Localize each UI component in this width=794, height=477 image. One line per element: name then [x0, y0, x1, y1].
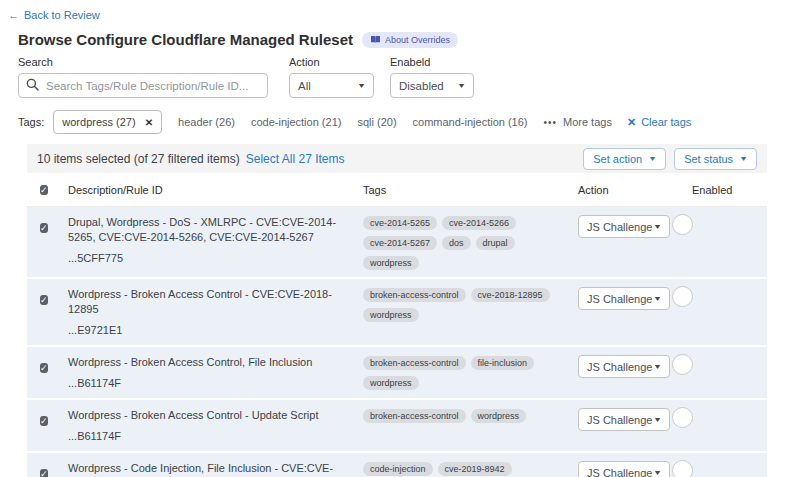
tag-pill: wordpress [471, 409, 527, 423]
tag-pill: dos [442, 236, 471, 250]
action-label: Action [289, 56, 374, 68]
tag-pill: cve-2014-5265 [363, 216, 437, 230]
rule-description-cell: Wordpress - Broken Access Control - Upda… [68, 408, 363, 444]
tags-label: Tags: [18, 116, 44, 128]
tag-pill: cve-2019-8942 [438, 462, 512, 476]
row-checkbox[interactable]: ✓ [40, 295, 48, 305]
toggle-knob [672, 286, 693, 307]
table-row: ✓ Wordpress - Code Injection, File Inclu… [27, 453, 767, 477]
col-action: Action [578, 184, 692, 196]
more-tags-label: More tags [563, 116, 612, 128]
selected-tag-wordpress[interactable]: wordpress (27) ✕ [53, 110, 162, 134]
rule-description: Drupal, Wordpress - DoS - XMLRPC - CVE:C… [68, 216, 336, 243]
back-link-label: Back to Review [24, 9, 100, 21]
tag-pill: code-injection [363, 462, 433, 476]
tag-pill: cve-2014-5266 [442, 216, 516, 230]
remove-tag-icon[interactable]: ✕ [145, 117, 153, 128]
back-row: ← Back to Review [0, 0, 794, 21]
action-select[interactable]: All ▼ [289, 73, 374, 98]
rule-tags: broken-access-controlcve-2018-12895wordp… [363, 287, 578, 322]
select-all-checkbox[interactable]: ✓ [40, 185, 48, 195]
selected-tag-label: wordpress (27) [62, 116, 135, 128]
chevron-down-icon: ▼ [739, 155, 748, 162]
toggle-knob [672, 354, 693, 375]
chevron-down-icon: ▼ [653, 416, 662, 423]
rule-action-value: JS Challenge [587, 293, 652, 305]
table-row: ✓ Wordpress - Broken Access Control - CV… [27, 279, 767, 345]
tag-option[interactable]: code-injection (21) [251, 116, 342, 128]
rule-description-cell: Drupal, Wordpress - DoS - XMLRPC - CVE:C… [68, 215, 363, 266]
action-filter: Action All ▼ [289, 56, 374, 98]
more-tags-button[interactable]: ••• More tags [543, 116, 611, 128]
set-action-button[interactable]: Set action ▼ [583, 148, 666, 170]
search-label: Search [18, 56, 268, 68]
tag-pill: drupal [476, 236, 515, 250]
tag-option[interactable]: header (26) [178, 116, 235, 128]
chevron-down-icon: ▼ [653, 295, 662, 302]
tag-option[interactable]: command-injection (16) [413, 116, 528, 128]
toggle-knob [672, 407, 693, 428]
tag-pill: broken-access-control [363, 356, 466, 370]
tag-pill: wordpress [363, 256, 419, 270]
table-row: ✓ Wordpress - Broken Access Control, Fil… [27, 347, 767, 398]
selection-bar: 10 items selected (of 27 filtered items)… [27, 144, 767, 173]
rule-description: Wordpress - Broken Access Control - CVE:… [68, 288, 332, 315]
rule-action-value: JS Challenge [587, 221, 652, 233]
enabled-label: Enabeld [390, 56, 474, 68]
rule-action-value: JS Challenge [587, 414, 652, 426]
rule-id: ...B61174F [68, 429, 349, 444]
rule-tags: broken-access-controlfile-inclusionwordp… [363, 355, 578, 390]
rule-action-select[interactable]: JS Challenge ▼ [578, 215, 670, 238]
select-all-link[interactable]: Select All 27 Items [246, 152, 345, 166]
rule-tags: cve-2014-5265cve-2014-5266cve-2014-5267d… [363, 215, 578, 270]
chevron-down-icon: ▼ [457, 82, 466, 89]
row-checkbox[interactable]: ✓ [40, 469, 48, 477]
rule-id: ...B61174F [68, 376, 349, 391]
rule-description-cell: Wordpress - Broken Access Control - CVE:… [68, 287, 363, 338]
back-link[interactable]: ← Back to Review [8, 9, 100, 21]
set-status-button[interactable]: Set status ▼ [674, 148, 757, 170]
row-checkbox[interactable]: ✓ [40, 363, 48, 373]
tag-pill: broken-access-control [363, 409, 466, 423]
action-select-value: All [298, 80, 311, 92]
tag-pill: cve-2014-5267 [363, 236, 437, 250]
book-icon [370, 35, 381, 44]
chevron-down-icon: ▼ [357, 82, 366, 89]
rule-action-select[interactable]: JS Challenge ▼ [578, 408, 670, 431]
tag-options: header (26)code-injection (21)sqli (20)c… [162, 116, 527, 128]
row-checkbox[interactable]: ✓ [40, 416, 48, 426]
rule-action-select[interactable]: JS Challenge ▼ [578, 287, 670, 310]
table-row: ✓ Wordpress - Broken Access Control - Up… [27, 400, 767, 451]
search-icon [26, 78, 39, 91]
page: ← Back to Review Browse Configure Cloudf… [0, 0, 794, 477]
table-row: ✓ Drupal, Wordpress - DoS - XMLRPC - CVE… [27, 207, 767, 277]
set-action-label: Set action [593, 153, 642, 165]
tag-pill: wordpress [363, 308, 419, 322]
enabled-filter: Enabeld Disabled ▼ [390, 56, 474, 98]
search-input[interactable] [18, 73, 268, 98]
rule-description: Wordpress - Broken Access Control, File … [68, 356, 312, 368]
rule-action-value: JS Challenge [587, 467, 652, 477]
set-status-label: Set status [684, 153, 733, 165]
rule-action-select[interactable]: JS Challenge ▼ [578, 355, 670, 378]
toggle-knob [672, 460, 693, 477]
rule-id: ...5CFF775 [68, 251, 349, 266]
tag-option[interactable]: sqli (20) [357, 116, 396, 128]
tags-row: Tags: wordpress (27) ✕ header (26)code-i… [18, 110, 794, 134]
row-checkbox[interactable]: ✓ [40, 223, 48, 233]
tag-pill: broken-access-control [363, 288, 466, 302]
rule-description-cell: Wordpress - Code Injection, File Inclusi… [68, 461, 363, 477]
rule-description: Wordpress - Broken Access Control - Upda… [68, 409, 318, 421]
tag-pill: cve-2018-12895 [471, 288, 550, 302]
search-filter: Search [18, 56, 268, 98]
about-overrides-badge[interactable]: About Overrides [362, 32, 458, 48]
rule-tags: broken-access-controlwordpress [363, 408, 578, 423]
back-arrow-icon: ← [8, 9, 19, 21]
enabled-select[interactable]: Disabled ▼ [390, 73, 474, 98]
rule-action-select[interactable]: JS Challenge ▼ [578, 461, 670, 477]
about-overrides-label: About Overrides [385, 35, 450, 45]
chevron-down-icon: ▼ [653, 469, 662, 476]
clear-tags-button[interactable]: ✕ Clear tags [627, 116, 691, 129]
rule-tags: code-injectioncve-2019-8942cve-2019-8943… [363, 461, 578, 477]
table-body: ✓ Drupal, Wordpress - DoS - XMLRPC - CVE… [27, 207, 767, 477]
